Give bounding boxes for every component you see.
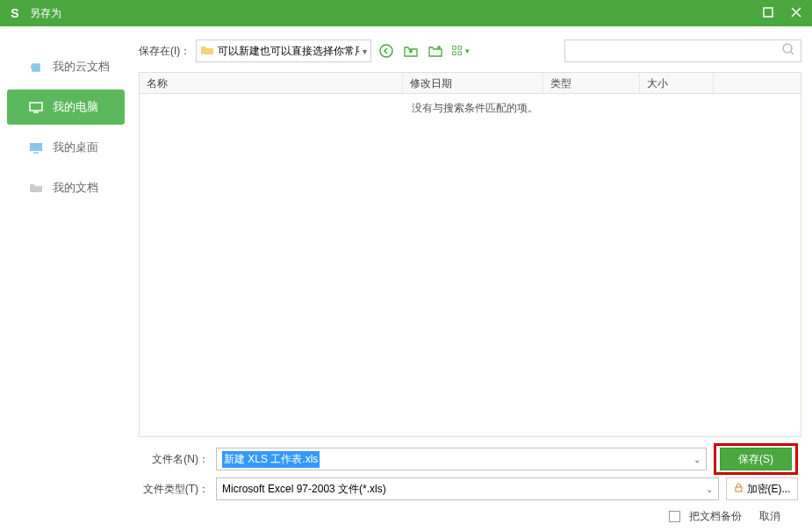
svg-line-14 [791,52,794,54]
svg-rect-9 [453,47,456,50]
lock-icon [734,483,744,495]
backup-checkbox[interactable] [669,511,680,522]
maximize-button[interactable] [759,4,777,22]
folder-icon [200,44,214,59]
toolbar: 保存在(I)： 可以新建也可以直接选择你常用的 ▾ ▾ [139,37,801,65]
svg-rect-10 [458,47,462,50]
svg-point-13 [783,44,792,53]
chevron-down-icon[interactable]: ⌄ [706,484,713,494]
save-button[interactable]: 保存(S) [720,448,792,470]
current-path: 可以新建也可以直接选择你常用的 [218,44,359,59]
backup-label: 把文档备份 [689,509,742,524]
filetype-dropdown[interactable]: Microsoft Excel 97-2003 文件(*.xls) ⌄ [216,477,719,500]
computer-icon [28,101,44,113]
search-icon[interactable] [781,42,795,60]
sidebar-item-documents[interactable]: 我的文档 [7,170,125,205]
column-type[interactable]: 类型 [543,73,640,93]
sidebar-item-label: 我的桌面 [53,140,98,155]
svg-rect-0 [764,8,772,17]
svg-rect-12 [458,52,462,55]
chevron-down-icon: ▾ [363,47,367,56]
empty-message: 没有与搜索条件匹配的项。 [412,102,538,114]
sidebar-item-label: 我的电脑 [53,99,98,115]
filetype-value: Microsoft Excel 97-2003 文件(*.xls) [222,482,386,497]
up-folder-button[interactable] [401,41,420,61]
svg-rect-4 [30,103,42,111]
filename-label: 文件名(N)： [142,452,209,467]
app-logo: S [7,5,23,21]
svg-rect-6 [30,143,42,151]
search-box[interactable] [564,39,801,62]
svg-rect-11 [453,52,456,55]
cloud-doc-icon [28,61,44,73]
column-headers: 名称 修改日期 类型 大小 [140,73,801,94]
titlebar: S 另存为 [0,0,812,26]
filename-input[interactable]: 新建 XLS 工作表.xls ⌄ [216,448,707,470]
save-in-label: 保存在(I)： [139,44,190,59]
file-list: 名称 修改日期 类型 大小 没有与搜索条件匹配的项。 [139,72,801,437]
svg-rect-15 [736,487,742,492]
chevron-down-icon[interactable]: ⌄ [693,455,701,464]
sidebar-item-desktop[interactable]: 我的桌面 [7,130,125,165]
filename-value: 新建 XLS 工作表.xls [222,451,320,468]
sidebar-item-label: 我的云文档 [53,59,110,75]
search-input[interactable] [571,45,781,57]
sidebar-item-label: 我的文档 [53,180,98,196]
column-date[interactable]: 修改日期 [403,73,543,93]
window-title: 另存为 [30,6,759,21]
desktop-icon [28,141,44,154]
svg-rect-3 [32,64,40,71]
sidebar: 我的云文档 我的电脑 我的桌面 我的文档 [0,26,132,531]
new-folder-button[interactable] [426,41,445,61]
sidebar-item-cloud-docs[interactable]: 我的云文档 [7,49,125,84]
column-spacer [714,73,801,93]
file-list-body[interactable]: 没有与搜索条件匹配的项。 [140,94,801,436]
folder-icon [28,182,44,194]
filetype-label: 文件类型(T)： [142,482,209,497]
column-name[interactable]: 名称 [140,73,403,93]
svg-point-8 [380,45,392,57]
close-button[interactable] [787,4,805,22]
path-dropdown[interactable]: 可以新建也可以直接选择你常用的 ▾ [196,39,371,62]
sidebar-item-computer[interactable]: 我的电脑 [7,90,125,125]
cancel-button[interactable]: 取消 [759,509,780,524]
highlight-frame: 保存(S) [714,443,798,475]
encrypt-button[interactable]: 加密(E)... [726,477,798,500]
column-size[interactable]: 大小 [640,73,714,93]
back-button[interactable] [377,41,396,61]
view-mode-button[interactable]: ▾ [450,41,470,61]
